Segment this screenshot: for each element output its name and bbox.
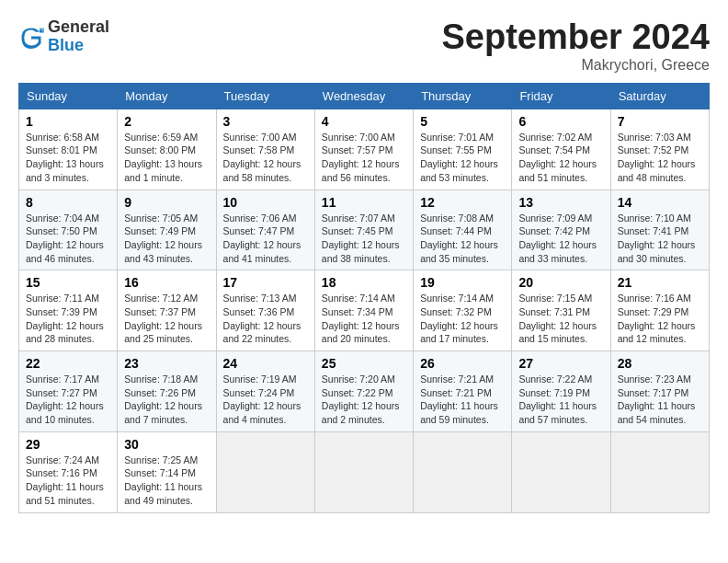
day-number: 8 — [26, 195, 110, 210]
calendar-week-row: 22 Sunrise: 7:17 AM Sunset: 7:27 PM Dayl… — [19, 351, 710, 432]
day-number: 5 — [420, 114, 505, 129]
calendar-day-cell: 8 Sunrise: 7:04 AM Sunset: 7:50 PM Dayli… — [19, 190, 118, 270]
calendar-day-cell: 30 Sunrise: 7:25 AM Sunset: 7:14 PM Dayl… — [118, 431, 216, 512]
calendar-day-cell: 20 Sunrise: 7:15 AM Sunset: 7:31 PM Dayl… — [512, 270, 610, 351]
calendar-day-cell: 25 Sunrise: 7:20 AM Sunset: 7:22 PM Dayl… — [314, 351, 413, 432]
day-info: Sunrise: 7:00 AM Sunset: 7:58 PM Dayligh… — [223, 131, 308, 185]
day-number: 10 — [223, 195, 308, 210]
calendar-day-cell: 10 Sunrise: 7:06 AM Sunset: 7:47 PM Dayl… — [216, 190, 314, 270]
day-number: 12 — [420, 195, 505, 210]
day-info: Sunrise: 7:09 AM Sunset: 7:42 PM Dayligh… — [518, 212, 603, 266]
day-number: 28 — [618, 356, 702, 371]
calendar-day-cell: 24 Sunrise: 7:19 AM Sunset: 7:24 PM Dayl… — [216, 351, 314, 432]
day-info: Sunrise: 7:17 AM Sunset: 7:27 PM Dayligh… — [26, 373, 110, 427]
day-number: 13 — [518, 195, 603, 210]
calendar-header-row: SundayMondayTuesdayWednesdayThursdayFrid… — [19, 83, 710, 109]
day-number: 3 — [223, 114, 308, 129]
day-number: 29 — [26, 437, 110, 452]
day-number: 21 — [618, 275, 702, 290]
day-number: 11 — [322, 195, 406, 210]
day-number: 26 — [420, 356, 505, 371]
calendar-day-cell: 23 Sunrise: 7:18 AM Sunset: 7:26 PM Dayl… — [118, 351, 216, 432]
day-number: 18 — [322, 275, 406, 290]
calendar-day-cell: 12 Sunrise: 7:08 AM Sunset: 7:44 PM Dayl… — [414, 190, 512, 270]
calendar-day-cell: 27 Sunrise: 7:22 AM Sunset: 7:19 PM Dayl… — [512, 351, 610, 432]
calendar-day-cell: 28 Sunrise: 7:23 AM Sunset: 7:17 PM Dayl… — [610, 351, 709, 432]
day-info: Sunrise: 7:13 AM Sunset: 7:36 PM Dayligh… — [223, 292, 308, 346]
calendar-week-row: 29 Sunrise: 7:24 AM Sunset: 7:16 PM Dayl… — [19, 431, 710, 512]
day-info: Sunrise: 7:24 AM Sunset: 7:16 PM Dayligh… — [26, 454, 110, 508]
day-info: Sunrise: 7:05 AM Sunset: 7:49 PM Dayligh… — [124, 212, 209, 266]
day-info: Sunrise: 7:19 AM Sunset: 7:24 PM Dayligh… — [223, 373, 308, 427]
day-info: Sunrise: 7:18 AM Sunset: 7:26 PM Dayligh… — [124, 373, 209, 427]
calendar-day-cell: 15 Sunrise: 7:11 AM Sunset: 7:39 PM Dayl… — [19, 270, 118, 351]
day-number: 1 — [26, 114, 110, 129]
empty-cell — [314, 431, 413, 512]
calendar-day-cell: 4 Sunrise: 7:00 AM Sunset: 7:57 PM Dayli… — [314, 109, 413, 190]
calendar-day-cell: 19 Sunrise: 7:14 AM Sunset: 7:32 PM Dayl… — [414, 270, 512, 351]
day-info: Sunrise: 7:00 AM Sunset: 7:57 PM Dayligh… — [322, 131, 406, 185]
month-title: September 2024 — [442, 18, 711, 57]
day-number: 2 — [124, 114, 209, 129]
column-header-thursday: Thursday — [414, 83, 512, 109]
column-header-sunday: Sunday — [19, 83, 118, 109]
calendar-day-cell: 16 Sunrise: 7:12 AM Sunset: 7:37 PM Dayl… — [118, 270, 216, 351]
calendar-day-cell: 6 Sunrise: 7:02 AM Sunset: 7:54 PM Dayli… — [512, 109, 610, 190]
logo-blue: Blue — [48, 37, 109, 55]
day-number: 17 — [223, 275, 308, 290]
day-info: Sunrise: 7:21 AM Sunset: 7:21 PM Dayligh… — [420, 373, 505, 427]
calendar-day-cell: 2 Sunrise: 6:59 AM Sunset: 8:00 PM Dayli… — [118, 109, 216, 190]
day-number: 27 — [518, 356, 603, 371]
day-number: 14 — [618, 195, 702, 210]
column-header-tuesday: Tuesday — [216, 83, 314, 109]
empty-cell — [512, 431, 610, 512]
column-header-wednesday: Wednesday — [314, 83, 413, 109]
day-number: 16 — [124, 275, 209, 290]
calendar-day-cell: 5 Sunrise: 7:01 AM Sunset: 7:55 PM Dayli… — [414, 109, 512, 190]
calendar-week-row: 15 Sunrise: 7:11 AM Sunset: 7:39 PM Dayl… — [19, 270, 710, 351]
day-info: Sunrise: 7:01 AM Sunset: 7:55 PM Dayligh… — [420, 131, 505, 185]
day-info: Sunrise: 7:07 AM Sunset: 7:45 PM Dayligh… — [322, 212, 406, 266]
day-number: 30 — [124, 437, 209, 452]
logo-general: General — [48, 18, 109, 37]
day-number: 15 — [26, 275, 110, 290]
day-info: Sunrise: 7:22 AM Sunset: 7:19 PM Dayligh… — [518, 373, 603, 427]
day-info: Sunrise: 6:58 AM Sunset: 8:01 PM Dayligh… — [26, 131, 110, 185]
day-number: 19 — [420, 275, 505, 290]
empty-cell — [216, 431, 314, 512]
day-info: Sunrise: 7:15 AM Sunset: 7:31 PM Dayligh… — [518, 292, 603, 346]
logo-text: General Blue — [48, 18, 109, 55]
calendar-day-cell: 13 Sunrise: 7:09 AM Sunset: 7:42 PM Dayl… — [512, 190, 610, 270]
empty-cell — [414, 431, 512, 512]
calendar-day-cell: 26 Sunrise: 7:21 AM Sunset: 7:21 PM Dayl… — [414, 351, 512, 432]
day-number: 6 — [518, 114, 603, 129]
day-number: 22 — [26, 356, 110, 371]
day-info: Sunrise: 7:14 AM Sunset: 7:32 PM Dayligh… — [420, 292, 505, 346]
day-number: 4 — [322, 114, 406, 129]
day-number: 25 — [322, 356, 406, 371]
calendar-day-cell: 3 Sunrise: 7:00 AM Sunset: 7:58 PM Dayli… — [216, 109, 314, 190]
day-info: Sunrise: 7:25 AM Sunset: 7:14 PM Dayligh… — [124, 454, 209, 508]
day-info: Sunrise: 7:20 AM Sunset: 7:22 PM Dayligh… — [322, 373, 406, 427]
calendar-day-cell: 1 Sunrise: 6:58 AM Sunset: 8:01 PM Dayli… — [19, 109, 118, 190]
calendar-day-cell: 9 Sunrise: 7:05 AM Sunset: 7:49 PM Dayli… — [118, 190, 216, 270]
day-info: Sunrise: 6:59 AM Sunset: 8:00 PM Dayligh… — [124, 131, 209, 185]
day-info: Sunrise: 7:06 AM Sunset: 7:47 PM Dayligh… — [223, 212, 308, 266]
day-info: Sunrise: 7:02 AM Sunset: 7:54 PM Dayligh… — [518, 131, 603, 185]
location: Makrychori, Greece — [442, 57, 711, 74]
calendar-day-cell: 17 Sunrise: 7:13 AM Sunset: 7:36 PM Dayl… — [216, 270, 314, 351]
page-header: General Blue September 2024 Makrychori, … — [18, 18, 710, 74]
day-info: Sunrise: 7:04 AM Sunset: 7:50 PM Dayligh… — [26, 212, 110, 266]
title-area: September 2024 Makrychori, Greece — [442, 18, 711, 74]
day-number: 24 — [223, 356, 308, 371]
day-number: 9 — [124, 195, 209, 210]
day-number: 20 — [518, 275, 603, 290]
day-info: Sunrise: 7:03 AM Sunset: 7:52 PM Dayligh… — [618, 131, 702, 185]
empty-cell — [610, 431, 709, 512]
calendar-table: SundayMondayTuesdayWednesdayThursdayFrid… — [18, 83, 710, 513]
day-info: Sunrise: 7:14 AM Sunset: 7:34 PM Dayligh… — [322, 292, 406, 346]
day-info: Sunrise: 7:23 AM Sunset: 7:17 PM Dayligh… — [618, 373, 702, 427]
column-header-friday: Friday — [512, 83, 610, 109]
day-info: Sunrise: 7:11 AM Sunset: 7:39 PM Dayligh… — [26, 292, 110, 346]
calendar-day-cell: 7 Sunrise: 7:03 AM Sunset: 7:52 PM Dayli… — [610, 109, 709, 190]
